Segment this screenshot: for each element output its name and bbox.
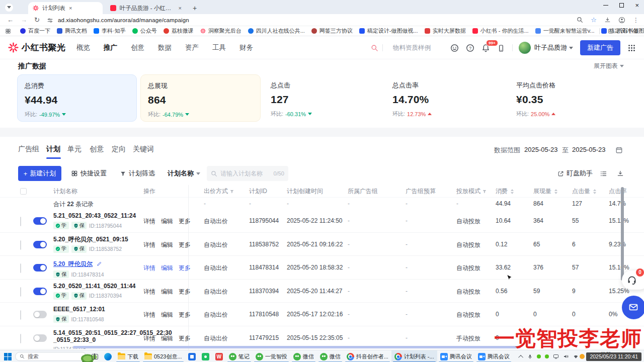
taskbar-item-meeting[interactable]: 腾讯会议 xyxy=(437,350,475,362)
plan-toggle-off[interactable] xyxy=(33,311,47,318)
column-header-created[interactable]: 计划创建时间 xyxy=(287,187,323,196)
message-fab-button[interactable] xyxy=(622,296,644,319)
wechat-tray-icon[interactable] xyxy=(545,354,549,358)
downloads-icon[interactable] xyxy=(604,17,611,23)
edit-link[interactable]: 编辑 xyxy=(161,334,173,343)
search-field-dropdown[interactable]: 计划名称 xyxy=(168,166,200,181)
detail-link[interactable]: 详情 xyxy=(143,311,155,319)
edit-link[interactable]: 编辑 xyxy=(161,288,173,296)
tab-close-icon[interactable]: × xyxy=(179,6,182,11)
nav-item-overview[interactable]: 概览 xyxy=(76,43,90,52)
more-link[interactable]: 更多 xyxy=(179,288,191,296)
taskbar-search[interactable] xyxy=(15,352,87,361)
detail-link[interactable]: 详情 xyxy=(143,217,155,226)
bookmark-star-icon[interactable]: ☆ xyxy=(591,16,597,24)
calendar-icon[interactable] xyxy=(615,146,623,154)
taskbar-item-wechat[interactable]: 微信 xyxy=(317,350,344,362)
taskbar-item-chrome[interactable]: 抖音创作者... xyxy=(344,350,391,362)
taskbar-item-wechat[interactable]: 微信 xyxy=(290,350,317,362)
sort-icon[interactable] xyxy=(511,189,514,194)
bookmark-item[interactable]: 稿定设计-做图做视... xyxy=(359,27,418,35)
network-icon[interactable] xyxy=(573,354,579,359)
row-checkbox[interactable] xyxy=(20,311,21,320)
more-link[interactable]: 更多 xyxy=(179,241,191,249)
funnel-icon[interactable] xyxy=(229,189,234,194)
notifications-bell-icon[interactable]: 99+ xyxy=(481,43,490,52)
column-header-budget[interactable]: 广告组预算 xyxy=(406,187,436,196)
bookmark-item[interactable]: 四川人社在线公共... xyxy=(248,27,305,35)
column-header-ctr[interactable]: 点击率 xyxy=(609,187,627,196)
row-checkbox[interactable] xyxy=(20,241,21,250)
funnel-icon[interactable] xyxy=(482,189,487,194)
window-close-button[interactable]: × xyxy=(635,2,639,9)
tab-search-button[interactable] xyxy=(5,4,13,12)
all-bookmarks-button[interactable]: 所有书签 xyxy=(599,27,639,35)
wechat-tray-icon[interactable] xyxy=(537,354,541,358)
plan-filter-button[interactable]: 计划筛选 xyxy=(120,166,155,181)
bookmark-item[interactable]: 一觉醒来智慧运营v... xyxy=(535,27,595,35)
download-icon[interactable] xyxy=(617,166,624,181)
help-icon[interactable] xyxy=(466,43,474,52)
taskbar-item-chrome-active[interactable]: 计划列表 -... xyxy=(391,350,437,362)
bookmark-item[interactable]: 小红书 - 你的生活... xyxy=(472,27,529,35)
plan-toggle-on[interactable] xyxy=(33,288,47,295)
url-text[interactable]: ad.xiaohongshu.com/aurora/ad/manage/camp… xyxy=(58,17,189,23)
zoom-icon[interactable] xyxy=(577,17,583,23)
taskbar-item-wechat[interactable]: 一觉智投 xyxy=(253,350,290,362)
more-link[interactable]: 更多 xyxy=(179,334,191,343)
tab-close-icon[interactable]: × xyxy=(69,6,72,11)
new-plan-button[interactable]: + 新建计划 xyxy=(18,166,61,181)
stat-card-total-impressions[interactable]: 总展现 864 环比:-64.79% xyxy=(140,74,261,122)
bookmark-item[interactable]: 腾讯文档 xyxy=(57,27,87,35)
bookmark-item[interactable]: 荔枝微课 xyxy=(164,27,194,35)
column-header-impressions[interactable]: 展现量 xyxy=(533,187,557,196)
taskbar-item-folder[interactable]: 0523创意... xyxy=(141,350,185,362)
sort-icon[interactable] xyxy=(593,189,596,194)
new-ad-button[interactable]: 新建广告 xyxy=(580,40,620,55)
plan-toggle-on[interactable] xyxy=(33,264,47,272)
date-end[interactable]: 2025-05-23 xyxy=(572,146,606,153)
task-view-button[interactable] xyxy=(89,350,101,362)
plan-toggle-off[interactable] xyxy=(33,334,47,342)
chevron-down-icon[interactable] xyxy=(569,47,573,49)
expand-chart-button[interactable]: 展开图表 xyxy=(594,62,624,70)
column-header-group[interactable]: 所属广告组 xyxy=(348,187,378,196)
nav-item-promotion[interactable]: 推广 xyxy=(104,43,117,52)
window-minimize-button[interactable] xyxy=(603,5,608,6)
sort-icon[interactable] xyxy=(554,189,557,194)
edit-link[interactable]: 编辑 xyxy=(161,264,173,273)
detail-link[interactable]: 详情 xyxy=(143,241,155,249)
edit-link[interactable]: 编辑 xyxy=(161,241,173,249)
row-checkbox[interactable] xyxy=(20,264,21,273)
taskbar-item-wps[interactable]: W xyxy=(212,350,226,362)
taskbar-item-edge[interactable] xyxy=(101,350,115,362)
tray-app-icon[interactable] xyxy=(580,354,585,359)
detail-link[interactable]: 详情 xyxy=(143,264,155,273)
select-all-checkbox[interactable] xyxy=(20,188,27,195)
bookmark-item[interactable]: 百度一下 xyxy=(20,27,50,35)
bookmark-item[interactable]: 洞察聚光后台 xyxy=(200,27,242,35)
apps-menu-icon[interactable] xyxy=(627,43,636,52)
bookmark-item[interactable]: 公众号 xyxy=(132,27,157,35)
taskbar-item-wechat[interactable]: 笔记 xyxy=(226,350,253,362)
quick-settings-button[interactable]: 快捷设置 xyxy=(71,166,107,181)
account-name[interactable]: 叶子品质游 xyxy=(534,43,567,52)
column-header-bid[interactable]: 出价方式 xyxy=(204,187,234,196)
column-header-mode[interactable]: 投放模式 xyxy=(456,187,487,196)
window-maximize-button[interactable] xyxy=(619,3,624,8)
new-tab-button[interactable]: + xyxy=(190,4,199,13)
header-search[interactable] xyxy=(371,44,441,52)
material-search-input[interactable] xyxy=(393,44,441,51)
emoji-feedback-icon[interactable] xyxy=(450,43,459,52)
row-checkbox[interactable] xyxy=(20,217,21,226)
column-header-plan-id[interactable]: 计划ID xyxy=(249,187,267,196)
plan-toggle-on[interactable] xyxy=(33,217,47,225)
detail-link[interactable]: 详情 xyxy=(143,288,155,296)
date-start[interactable]: 2025-05-23 xyxy=(524,146,558,153)
taskbar-item-app[interactable] xyxy=(185,350,199,362)
column-header-cost[interactable]: 消费 xyxy=(496,187,514,196)
plan-toggle-on[interactable] xyxy=(33,241,47,248)
nav-item-tools[interactable]: 工具 xyxy=(212,43,226,52)
mobile-preview-icon[interactable] xyxy=(497,43,505,52)
edit-link[interactable]: 编辑 xyxy=(161,311,173,319)
